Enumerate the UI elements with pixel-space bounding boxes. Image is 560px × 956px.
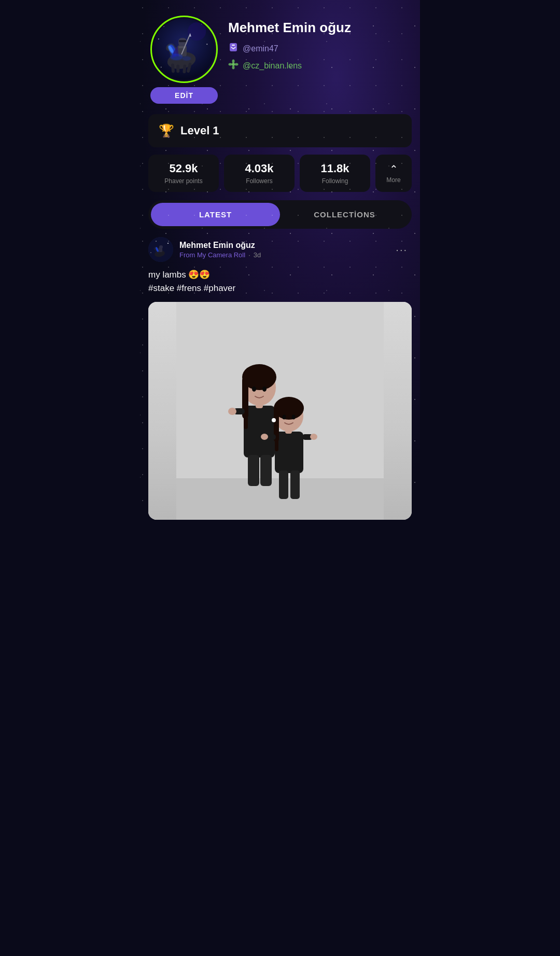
- post-more-button[interactable]: ···: [391, 242, 412, 258]
- following-value: 11.8k: [320, 162, 349, 175]
- post-meta: Mehmet Emin oğuz From My Camera Roll · 3…: [179, 241, 385, 259]
- svg-point-21: [158, 38, 159, 39]
- svg-rect-48: [244, 398, 248, 429]
- post-text-line2: #stake #frens #phaver: [148, 282, 412, 295]
- trophy-icon: 🏆: [159, 123, 174, 138]
- phaver-points-stat[interactable]: 52.9k Phaver points: [148, 155, 219, 192]
- phaver-icon: [228, 42, 239, 55]
- svg-point-64: [292, 415, 296, 420]
- svg-point-39: [167, 243, 169, 244]
- svg-point-50: [262, 386, 267, 392]
- svg-point-29: [229, 63, 232, 66]
- level-text: Level 1: [180, 124, 219, 137]
- svg-point-1: [188, 22, 206, 40]
- post-image: [148, 302, 412, 520]
- phaver-points-label: Phaver points: [164, 177, 202, 185]
- tab-collections[interactable]: COLLECTİONS: [280, 203, 409, 226]
- profile-info: Mehmet Emin oğuz @emin47: [228, 16, 410, 76]
- edit-button[interactable]: EDİT: [150, 87, 218, 104]
- svg-point-16: [183, 57, 191, 61]
- svg-rect-24: [230, 43, 237, 51]
- followers-stat[interactable]: 4.03k Followers: [224, 155, 295, 192]
- svg-point-40: [150, 252, 151, 253]
- svg-point-23: [161, 66, 162, 67]
- stats-row: 52.9k Phaver points 4.03k Followers 11.8…: [148, 155, 412, 192]
- svg-rect-4: [176, 65, 179, 73]
- post-text-line1: my lambs 😍😍: [148, 268, 412, 282]
- svg-rect-37: [159, 245, 163, 248]
- svg-rect-70: [279, 470, 288, 499]
- phaver-points-value: 52.9k: [169, 162, 198, 175]
- svg-point-22: [206, 44, 207, 45]
- avatar-inner: [153, 19, 215, 80]
- svg-point-63: [283, 415, 286, 420]
- post-sub: From My Camera Roll · 3d: [179, 251, 385, 259]
- svg-point-69: [310, 434, 317, 440]
- chevron-up-icon: ⌃: [389, 163, 398, 175]
- svg-point-20: [201, 23, 203, 24]
- svg-point-68: [261, 434, 268, 440]
- lens-handle-text: @cz_binan.lens: [243, 61, 302, 71]
- svg-point-49: [252, 386, 256, 392]
- svg-point-26: [232, 63, 235, 66]
- svg-point-38: [156, 241, 157, 242]
- tab-latest[interactable]: LATEST: [151, 203, 280, 226]
- svg-rect-56: [260, 455, 272, 486]
- svg-rect-14: [179, 40, 186, 42]
- svg-point-28: [232, 66, 235, 70]
- more-stat[interactable]: ⌃ More: [375, 155, 412, 192]
- profile-section: EDİT Mehmet Emin oğuz @emin47: [140, 0, 420, 114]
- phaver-handle-text: @emin47: [243, 44, 278, 53]
- svg-rect-55: [248, 455, 259, 486]
- post-time: 3d: [254, 251, 261, 259]
- svg-point-53: [228, 408, 236, 415]
- post-header: Mehmet Emin oğuz From My Camera Roll · 3…: [148, 237, 412, 262]
- level-card: 🏆 Level 1: [148, 114, 412, 147]
- svg-point-19: [163, 26, 164, 27]
- post-text: my lambs 😍😍 #stake #frens #phaver: [148, 268, 412, 295]
- svg-point-65: [272, 418, 276, 422]
- post-username: Mehmet Emin oğuz: [179, 241, 385, 250]
- svg-point-30: [235, 63, 239, 66]
- following-stat[interactable]: 11.8k Following: [300, 155, 370, 192]
- post-card: Mehmet Emin oğuz From My Camera Roll · 3…: [148, 237, 412, 520]
- avatar-ring: [150, 16, 218, 83]
- svg-point-15: [170, 54, 183, 60]
- svg-rect-71: [290, 470, 300, 499]
- children-scene: [148, 302, 412, 520]
- profile-name: Mehmet Emin oğuz: [228, 20, 410, 36]
- post-avatar: [148, 237, 173, 262]
- more-label: More: [386, 176, 400, 184]
- post-separator: ·: [248, 251, 250, 259]
- phaver-handle-row: @emin47: [228, 42, 410, 55]
- lens-handle-row: @cz_binan.lens: [228, 59, 410, 72]
- avatar-container: EDİT: [150, 16, 218, 104]
- following-label: Following: [322, 177, 348, 185]
- tabs-container: LATEST COLLECTİONS: [148, 200, 412, 229]
- post-collection: From My Camera Roll: [179, 251, 245, 259]
- svg-rect-57: [275, 432, 303, 473]
- followers-label: Followers: [246, 177, 272, 185]
- svg-rect-25: [232, 45, 235, 46]
- lens-icon: [228, 59, 239, 72]
- followers-value: 4.03k: [245, 162, 273, 175]
- svg-point-27: [232, 60, 235, 63]
